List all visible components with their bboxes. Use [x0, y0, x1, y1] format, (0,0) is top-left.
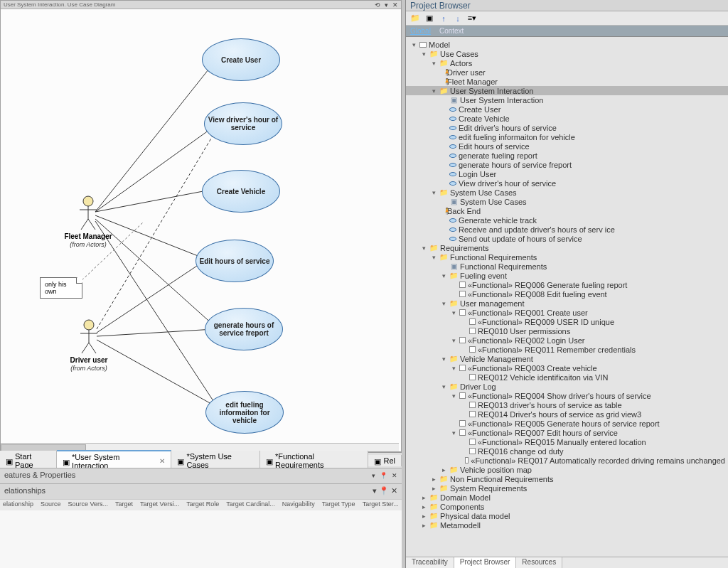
browser-bottom-tab[interactable]: Project Browser — [454, 557, 517, 568]
tree-node[interactable]: ▾Driver Log — [406, 382, 728, 391]
expand-icon[interactable]: ▾ — [410, 41, 417, 48]
column-header[interactable]: elationship — [3, 500, 33, 510]
dropdown-icon[interactable]: ▾ — [373, 486, 377, 495]
column-header[interactable]: Source — [41, 500, 61, 510]
doc-tab[interactable]: ▣Rel — [368, 455, 402, 466]
tree-node[interactable]: ▾Requirements — [406, 243, 728, 252]
tree-node[interactable]: REQ013 driver's hours of service as tabl… — [406, 400, 728, 409]
tree-node[interactable]: ▾«Functional» REQ003 Create vehicle — [406, 363, 728, 373]
tree-node[interactable]: REQ014 Driver's hours of service as grid… — [406, 409, 728, 419]
tree-node[interactable]: System Use Cases — [406, 197, 728, 206]
tree-node[interactable]: Login User — [406, 169, 728, 178]
browser-bottom-tab[interactable]: Resources — [516, 557, 562, 568]
tree-node[interactable]: ▾Functional Requirements — [406, 252, 728, 262]
column-header[interactable]: Target Versi... — [140, 500, 179, 510]
expand-icon[interactable]: ▾ — [450, 392, 457, 400]
new-diagram-button[interactable]: ▣ — [424, 14, 434, 23]
tree-node[interactable]: «Functional» REQ008 Edit fueling event — [406, 289, 728, 299]
tree-node[interactable]: ▾«Functional» REQ001 Create user — [406, 308, 728, 317]
tree-node[interactable]: Receive and update driver's hours of ser… — [406, 225, 728, 234]
tree-node[interactable]: Create User — [406, 105, 728, 114]
browser-scope-tab[interactable]: Context — [439, 27, 464, 35]
expand-icon[interactable]: ▾ — [430, 60, 437, 67]
tree-node[interactable]: ▸Non Functional Requirements — [406, 474, 728, 483]
expand-icon[interactable]: ▾ — [430, 87, 437, 95]
expand-icon[interactable]: ▾ — [430, 189, 437, 196]
tree-node[interactable]: ▾«Functional» REQ004 Show driver's hours… — [406, 391, 728, 400]
project-tree[interactable]: ▾Model▾Use Cases▾ActorsDriver userFleet … — [406, 37, 728, 554]
column-header[interactable]: Target Cardinal... — [226, 500, 275, 510]
tree-node[interactable]: ▾Model — [406, 40, 728, 49]
tree-node[interactable]: Edit hours of service — [406, 141, 728, 151]
tree-node[interactable]: ▾System Use Cases — [406, 188, 728, 197]
usecase-uc2[interactable]: View driver's hour of service — [204, 102, 282, 145]
actor-fm[interactable]: Fleet Manager(from Actors) — [77, 195, 99, 231]
actor-du[interactable]: Driver user(from Actors) — [78, 319, 100, 355]
tree-node[interactable]: User System Interaction — [406, 95, 728, 105]
tree-node[interactable]: Driver user — [406, 68, 728, 77]
tree-node[interactable]: Generate vehicle track — [406, 215, 728, 225]
tree-node[interactable]: Back End — [406, 206, 728, 215]
tree-node[interactable]: generate hours of service freport — [406, 160, 728, 169]
expand-icon[interactable]: ▾ — [450, 429, 457, 436]
tree-node[interactable]: ▾Fueling event — [406, 271, 728, 280]
column-header[interactable]: Target Ster... — [363, 500, 399, 510]
expand-icon[interactable]: ▾ — [450, 365, 457, 372]
expand-icon[interactable]: ▾ — [420, 245, 427, 252]
browser-scope-tab[interactable]: Global — [410, 27, 431, 35]
tree-node[interactable]: «Functional» REQ005 Generate hours of se… — [406, 419, 728, 428]
tree-node[interactable]: ▸Components — [406, 502, 728, 511]
tree-node[interactable]: Create Vehicle — [406, 114, 728, 123]
browser-bottom-tab[interactable]: Traceability — [406, 557, 454, 568]
dropdown-icon[interactable]: ▾ — [372, 472, 375, 479]
minimize-icon[interactable]: ▾ — [385, 1, 388, 9]
diagram-canvas[interactable]: only his own Fleet Manager(from Actors)D… — [1, 9, 401, 444]
column-header[interactable]: Target — [115, 500, 133, 510]
tree-node[interactable]: Fleet Manager — [406, 77, 728, 86]
tree-node[interactable]: ▸Metamodell — [406, 520, 728, 530]
tree-node[interactable]: ▸Physical data model — [406, 511, 728, 520]
close-icon[interactable]: ✕ — [392, 472, 397, 479]
expand-icon[interactable]: ▸ — [420, 503, 427, 510]
tree-node[interactable]: ▾«Functional» REQ002 Login User — [406, 336, 728, 345]
expand-icon[interactable]: ▾ — [440, 300, 447, 307]
tree-node[interactable]: ▾Actors — [406, 58, 728, 68]
up-arrow-icon[interactable]: ↑ — [439, 14, 449, 23]
expand-icon[interactable]: ▾ — [450, 337, 457, 344]
expand-icon[interactable]: ▾ — [440, 383, 447, 390]
down-arrow-icon[interactable]: ↓ — [453, 14, 463, 23]
column-header[interactable]: Source Vers... — [68, 500, 109, 510]
close-icon[interactable]: ✕ — [392, 1, 398, 9]
tree-node[interactable]: «Functional» REQ009 USER ID unique — [406, 317, 728, 326]
tree-node[interactable]: «Functional» REQ011 Remember credentials — [406, 345, 728, 354]
usecase-uc1[interactable]: Create User — [202, 38, 280, 81]
tree-node[interactable]: ▾Vehicle Management — [406, 354, 728, 363]
column-header[interactable]: Target Role — [186, 500, 219, 510]
usecase-uc6[interactable]: edit fueling informaiton for vehicle — [205, 391, 284, 434]
expand-icon[interactable]: ▸ — [440, 466, 447, 473]
tree-node[interactable]: ▸System Requirements — [406, 483, 728, 493]
column-header[interactable]: Navigability — [282, 500, 315, 510]
tree-node[interactable]: REQ010 User permissions — [406, 326, 728, 336]
tree-node[interactable]: ▸Domain Model — [406, 493, 728, 502]
tree-node[interactable]: ▾User System Interaction — [406, 86, 728, 95]
tree-node[interactable]: REQ012 Vehicle identificaiton via VIN — [406, 373, 728, 382]
tree-node[interactable]: generate fueling report — [406, 151, 728, 160]
usecase-uc4[interactable]: Edit hours of service — [196, 240, 274, 282]
column-header[interactable]: Target Type — [322, 500, 355, 510]
new-package-button[interactable]: 📁 — [410, 14, 420, 23]
pin-icon[interactable]: 📍 — [379, 486, 389, 495]
tree-node[interactable]: ▸Vehicle position map — [406, 465, 728, 474]
relationships-panel-header[interactable]: elationships ▾ 📍 ✕ — [0, 483, 402, 499]
close-icon[interactable]: ✕ — [159, 457, 165, 465]
restore-icon[interactable]: ⟲ — [375, 1, 380, 9]
expand-icon[interactable]: ▾ — [420, 50, 427, 58]
tree-node[interactable]: REQ016 change od duty — [406, 446, 728, 456]
expand-icon[interactable]: ▾ — [440, 355, 447, 363]
usecase-uc5[interactable]: generate hours of service freport — [205, 308, 283, 350]
tree-node[interactable]: ▾Use Cases — [406, 49, 728, 58]
tree-node[interactable]: Edit driver's hours of service — [406, 123, 728, 132]
tree-node[interactable]: «Functional» REQ017 Automatically record… — [406, 456, 728, 465]
expand-icon[interactable]: ▾ — [440, 272, 447, 279]
expand-icon[interactable]: ▸ — [420, 522, 427, 529]
